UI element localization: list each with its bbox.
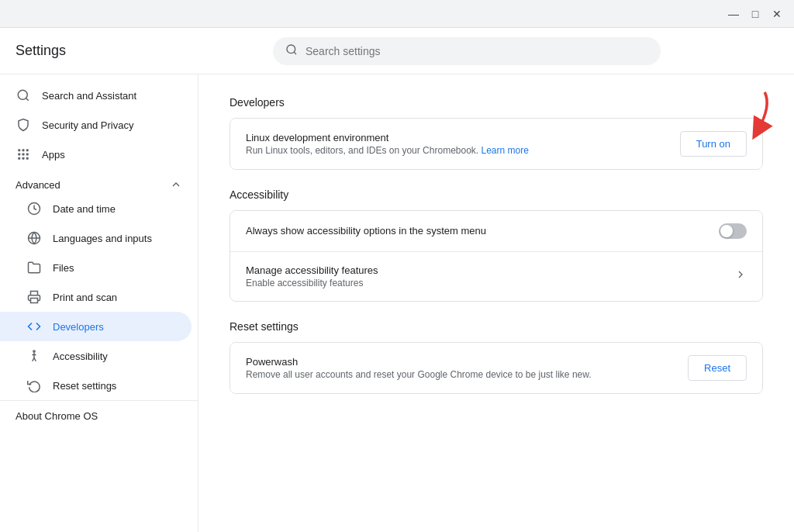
sidebar-item-files[interactable]: Files [0, 253, 192, 282]
svg-rect-10 [18, 157, 20, 160]
folder-icon [26, 261, 42, 275]
svg-rect-4 [18, 149, 20, 151]
sidebar-item-search-assistant[interactable]: Search and Assistant [0, 81, 192, 110]
always-show-accessibility-text: Always show accessibility options in the… [246, 225, 719, 238]
powerwash-title: Powerwash [246, 356, 688, 368]
sidebar-item-label: Print and scan [53, 292, 117, 303]
turn-on-button[interactable]: Turn on [680, 131, 747, 157]
always-show-accessibility-row: Always show accessibility options in the… [230, 211, 762, 251]
sidebar-item-label: Languages and inputs [53, 233, 152, 244]
svg-point-2 [18, 90, 27, 99]
maximize-button[interactable]: □ [744, 3, 766, 25]
linux-dev-env-title: Linux development environment [246, 132, 680, 143]
minimize-button[interactable]: — [723, 3, 744, 25]
powerwash-text: Powerwash Remove all user accounts and r… [246, 356, 688, 380]
svg-rect-12 [26, 157, 29, 160]
search-bar [273, 37, 661, 65]
sidebar-item-languages-inputs[interactable]: Languages and inputs [0, 223, 192, 253]
sidebar-item-label: Files [53, 262, 74, 274]
chevron-right-icon [734, 268, 747, 285]
body: Search and Assistant Security and Privac… [0, 74, 794, 532]
clock-icon [26, 202, 42, 216]
chevron-up-icon [170, 178, 182, 191]
svg-line-20 [34, 358, 36, 361]
titlebar: — □ ✕ [0, 0, 794, 28]
svg-line-1 [294, 52, 296, 54]
sidebar-item-about-chrome-os[interactable]: About Chrome OS [0, 401, 198, 431]
sidebar-item-label: Security and Privacy [42, 119, 134, 131]
svg-rect-9 [26, 154, 29, 156]
sidebar-item-accessibility[interactable]: Accessibility [0, 341, 192, 371]
search-input[interactable] [306, 45, 648, 57]
developers-section-title: Developers [230, 96, 763, 109]
sidebar-item-security-privacy[interactable]: Security and Privacy [0, 110, 192, 140]
svg-rect-6 [26, 149, 29, 151]
reset-settings-card: Powerwash Remove all user accounts and r… [230, 342, 763, 394]
sidebar-item-developers[interactable]: Developers [0, 312, 192, 341]
app-container: Settings Search and Assistant [0, 28, 794, 532]
linux-dev-env-text: Linux development environment Run Linux … [246, 132, 680, 156]
printer-icon [26, 290, 42, 304]
sidebar-bottom: About Chrome OS [0, 400, 198, 431]
developers-icon [26, 320, 42, 333]
powerwash-desc: Remove all user accounts and reset your … [246, 369, 688, 380]
search-icon [285, 43, 298, 59]
powerwash-row: Powerwash Remove all user accounts and r… [230, 343, 762, 393]
linux-dev-env-desc: Run Linux tools, editors, and IDEs on yo… [246, 145, 680, 156]
accessibility-section-title: Accessibility [230, 188, 763, 201]
reset-button[interactable]: Reset [688, 355, 747, 381]
manage-accessibility-text: Manage accessibility features Enable acc… [246, 264, 734, 288]
svg-rect-11 [22, 157, 25, 160]
svg-rect-16 [31, 299, 38, 303]
sidebar-item-label: Developers [53, 321, 104, 333]
accessibility-card: Always show accessibility options in the… [230, 210, 763, 302]
svg-rect-8 [22, 154, 25, 156]
sidebar-item-label: Accessibility [53, 351, 108, 362]
manage-accessibility-title: Manage accessibility features [246, 264, 734, 276]
main-content: Developers Linux development environment… [198, 74, 794, 532]
svg-point-17 [33, 351, 35, 352]
sidebar-item-label: Reset settings [53, 380, 116, 392]
always-show-accessibility-title: Always show accessibility options in the… [246, 225, 719, 237]
app-title: Settings [16, 43, 155, 59]
linux-dev-card: Linux development environment Run Linux … [230, 118, 763, 170]
apps-icon [16, 147, 31, 161]
sidebar-item-label: Apps [42, 149, 65, 161]
sidebar-item-date-time[interactable]: Date and time [0, 194, 192, 223]
header: Settings [0, 28, 794, 74]
sidebar-item-label: Date and time [53, 203, 116, 215]
learn-more-link[interactable]: Learn more [482, 145, 529, 156]
sidebar-item-print-scan[interactable]: Print and scan [0, 282, 192, 312]
close-button[interactable]: ✕ [766, 3, 788, 25]
manage-accessibility-row[interactable]: Manage accessibility features Enable acc… [230, 251, 762, 301]
sidebar-item-label: Search and Assistant [42, 90, 136, 102]
search-assistant-icon [16, 88, 31, 102]
sidebar-item-reset-settings[interactable]: Reset settings [0, 371, 192, 400]
svg-point-0 [287, 45, 295, 54]
svg-rect-7 [18, 154, 20, 156]
reset-settings-section-title: Reset settings [230, 320, 763, 333]
reset-icon [26, 378, 42, 392]
svg-line-3 [26, 98, 28, 100]
sidebar: Search and Assistant Security and Privac… [0, 74, 198, 532]
globe-icon [26, 231, 42, 245]
svg-rect-5 [22, 149, 25, 151]
accessibility-icon [26, 349, 42, 363]
manage-accessibility-desc: Enable accessibility features [246, 278, 734, 288]
security-icon [16, 118, 31, 132]
accessibility-toggle[interactable] [719, 223, 747, 239]
linux-dev-env-row: Linux development environment Run Linux … [230, 119, 762, 169]
sidebar-advanced-section[interactable]: Advanced [0, 169, 198, 194]
sidebar-item-apps[interactable]: Apps [0, 140, 192, 169]
